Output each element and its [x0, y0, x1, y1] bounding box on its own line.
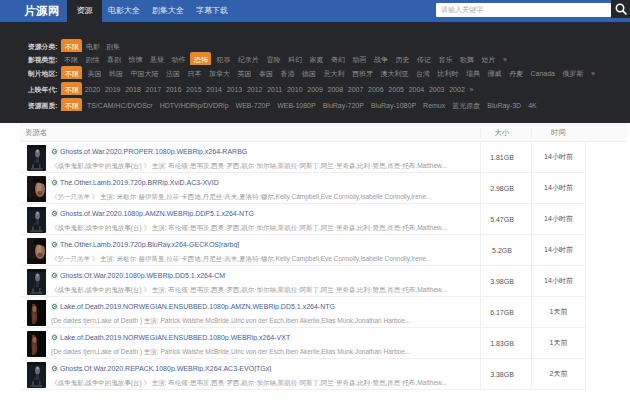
filter-tag[interactable]: 2013 [224, 82, 245, 95]
filter-tag[interactable]: 恐怖 [190, 52, 211, 65]
filter-tag[interactable]: 喜剧 [104, 52, 123, 65]
filter-tag[interactable]: 韩国 [106, 66, 125, 79]
filter-tag[interactable]: 2007 [345, 82, 366, 95]
resource-title-link[interactable]: The.Other.Lamb.2019.720p.BRRip.XviD.AC3-… [60, 179, 219, 186]
filter-tag[interactable]: 传记 [414, 52, 433, 65]
filter-tag[interactable]: 音乐 [436, 52, 455, 65]
poster-thumbnail[interactable] [27, 331, 46, 357]
filter-tag[interactable]: 西班牙 [349, 66, 375, 79]
nav-item[interactable]: 剧集大全 [146, 0, 190, 22]
filter-tag[interactable]: 动作 [169, 52, 188, 65]
filter-tag[interactable]: 冒险 [264, 52, 283, 65]
filter-tag[interactable]: 纪录片 [235, 52, 261, 65]
filter-tag[interactable]: BluRay-1080P [368, 98, 418, 111]
filter-tag[interactable]: 2020 [82, 82, 103, 95]
filter-tag[interactable]: » [500, 52, 509, 65]
filter-tag[interactable]: 不限 [61, 82, 82, 95]
search-input[interactable] [436, 3, 611, 17]
site-logo[interactable]: 片源网 [0, 0, 67, 22]
filter-tag[interactable]: 2019 [102, 82, 123, 95]
filter-tag[interactable]: » [467, 82, 476, 95]
poster-thumbnail[interactable] [27, 176, 46, 202]
poster-thumbnail[interactable] [27, 269, 46, 295]
filter-tag[interactable]: 不限 [61, 52, 80, 65]
filter-tag[interactable]: 历史 [393, 52, 412, 65]
filter-tag[interactable]: 2017 [143, 82, 164, 95]
filter-tag[interactable]: 2002 [447, 82, 468, 95]
filter-tag[interactable]: 泰国 [256, 66, 275, 79]
nav-item[interactable]: 字幕下载 [190, 0, 234, 22]
filter-tag[interactable]: 2014 [204, 82, 225, 95]
poster-thumbnail[interactable] [27, 300, 46, 326]
filter-tag[interactable]: 不限 [61, 66, 82, 79]
filter-tag[interactable]: 不限 [61, 39, 82, 52]
nav-item[interactable]: 电影大全 [102, 0, 146, 22]
filter-tag[interactable]: 美国 [85, 66, 104, 79]
resource-title-link[interactable]: The.Other.Lamb.2019.720p.BluRay.x264-GEC… [60, 241, 239, 248]
filter-tag[interactable]: 2006 [366, 82, 387, 95]
filter-tag[interactable]: 台湾 [413, 66, 432, 79]
filter-tag[interactable]: TS/CAM/HC/DVDScr [84, 98, 155, 111]
filter-tag[interactable]: 俄罗斯 [560, 66, 586, 79]
resource-title-link[interactable]: Ghosts.Of.War.2020.REPACK.1080p.WEBRip.X… [60, 365, 271, 372]
filter-tag[interactable]: 2015 [184, 82, 205, 95]
filter-tag[interactable]: 德国 [299, 66, 318, 79]
filter-tag[interactable]: 战争 [371, 52, 390, 65]
poster-thumbnail[interactable] [27, 207, 46, 233]
filter-tag[interactable]: 2010 [284, 82, 305, 95]
filter-tag[interactable]: 蓝光原盘 [450, 98, 483, 111]
filter-tag[interactable]: 瑞典 [463, 66, 482, 79]
filter-tag[interactable]: 加拿大 [206, 66, 232, 79]
poster-thumbnail[interactable] [27, 238, 46, 264]
filter-tag[interactable]: 2012 [244, 82, 265, 95]
filter-tag[interactable]: 动画 [350, 52, 369, 65]
filter-tag[interactable]: 奇幻 [328, 52, 347, 65]
filter-tag[interactable]: 2009 [305, 82, 326, 95]
filter-tag[interactable]: BluRay-3D [485, 98, 524, 111]
filter-tag[interactable]: 剧情 [83, 52, 102, 65]
poster-thumbnail[interactable] [27, 362, 46, 388]
filter-tag[interactable]: 丹麦 [506, 66, 525, 79]
filter-tag[interactable]: 家庭 [307, 52, 326, 65]
search-button[interactable] [611, 0, 630, 18]
filter-tag[interactable]: 挪威 [485, 66, 504, 79]
filter-tag[interactable]: 法国 [163, 66, 182, 79]
resource-title-link[interactable]: Ghosts.of.War.2020.PROPER.1080p.WEBRip.x… [60, 148, 247, 155]
filter-tag[interactable]: 2011 [265, 82, 285, 95]
filter-tag[interactable]: 惊悚 [126, 52, 145, 65]
filter-tag[interactable]: 短片 [479, 52, 498, 65]
filter-tag[interactable]: 不限 [61, 98, 82, 111]
filter-tag[interactable]: 中国大陆 [128, 66, 161, 79]
filter-tag[interactable]: 剧集 [103, 39, 122, 52]
resource-title-link[interactable]: Lake.of.Death.2019.NORWEGIAN.ENSUBBED.10… [60, 334, 290, 341]
filter-tag[interactable]: 2003 [426, 82, 447, 95]
filter-tag[interactable]: 2018 [123, 82, 144, 95]
filter-tag[interactable]: BluRay-720P [320, 98, 366, 111]
filter-tag[interactable]: 比利时 [435, 66, 461, 79]
filter-tag[interactable]: 4K [526, 98, 540, 111]
resource-title-link[interactable]: Lake.of.Death.2019.NORWEGIAN.ENSUBBED.10… [60, 303, 335, 310]
filter-tag[interactable]: 2004 [406, 82, 427, 95]
filter-tag[interactable]: 澳大利亚 [378, 66, 411, 79]
filter-tag[interactable]: 犯罪 [214, 52, 233, 65]
filter-tag[interactable]: WEB-720P [233, 98, 273, 111]
filter-tag[interactable]: 2016 [163, 82, 184, 95]
filter-tag[interactable]: Canada [528, 66, 558, 79]
filter-tag[interactable]: 2005 [386, 82, 407, 95]
filter-tag[interactable]: WEB-1080P [275, 98, 319, 111]
filter-tag[interactable]: 悬疑 [147, 52, 166, 65]
filter-tag[interactable]: 日本 [185, 66, 204, 79]
filter-tag[interactable]: 香港 [278, 66, 297, 79]
filter-tag[interactable]: Remux [421, 98, 448, 111]
nav-item[interactable]: 资源 [67, 0, 102, 22]
filter-tag[interactable]: » [588, 66, 597, 79]
poster-thumbnail[interactable] [27, 145, 46, 171]
filter-tag[interactable]: HDTV/HDRip/DVDRip [157, 98, 231, 111]
filter-tag[interactable]: 2008 [325, 82, 346, 95]
filter-tag[interactable]: 意大利 [321, 66, 347, 79]
filter-tag[interactable]: 科幻 [285, 52, 304, 65]
filter-tag[interactable]: 电影 [83, 39, 102, 52]
resource-title-link[interactable]: Ghosts.Of.War.2020.1080p.WEBRip.DD5.1.x2… [60, 272, 225, 279]
resource-title-link[interactable]: Ghosts.of.War.2020.1080p.AMZN.WEBRip.DDP… [60, 210, 254, 217]
filter-tag[interactable]: 英国 [235, 66, 254, 79]
